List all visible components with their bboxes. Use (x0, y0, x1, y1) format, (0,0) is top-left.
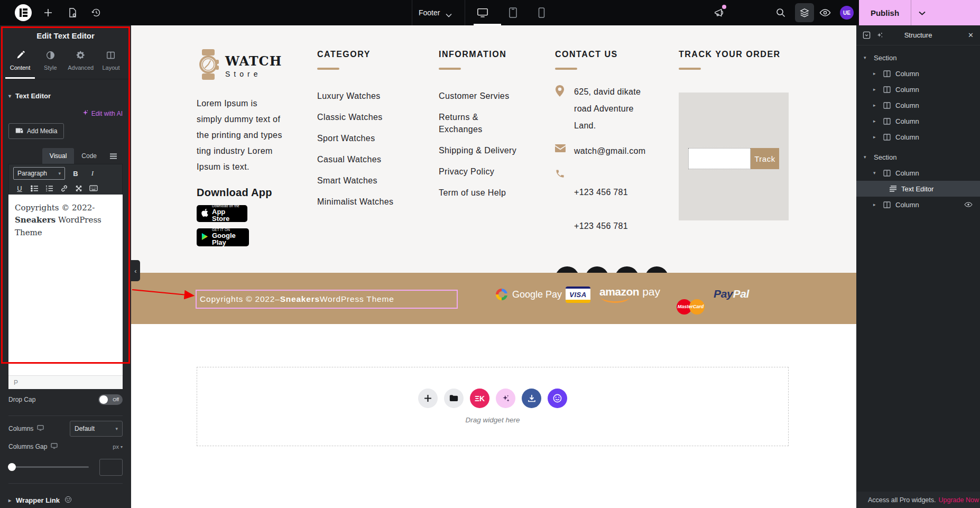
page-settings-icon[interactable] (67, 7, 78, 19)
close-icon[interactable]: ✕ (968, 31, 974, 39)
tree-column[interactable]: ▾ Column (856, 165, 980, 181)
caret-right-icon[interactable]: ▸ (873, 134, 879, 140)
tree-column[interactable]: ▸ Column (856, 66, 980, 81)
bold-button[interactable]: B (69, 167, 82, 180)
tree-section[interactable]: ▾ Section (856, 50, 980, 66)
monitor-icon[interactable] (37, 425, 44, 432)
drop-cap-toggle[interactable]: Off (98, 394, 123, 405)
footer-link[interactable]: Term of use Help (439, 182, 544, 204)
bullet-list-icon[interactable] (28, 182, 41, 195)
caret-right-icon[interactable]: ▸ (873, 103, 879, 108)
paragraph-format-select[interactable]: Paragraph ▾ (13, 167, 65, 180)
copyright-selected-element[interactable]: Copyrights © 2022–Sneakers WordPress The… (196, 290, 458, 309)
tree-column[interactable]: ▸ Column (856, 197, 980, 213)
tree-column[interactable]: ▸ Column (856, 113, 980, 129)
tab-advanced[interactable]: Advanced (66, 47, 96, 79)
editor-content[interactable]: Copyrights © 2022-Sneakers WordPress The… (8, 195, 109, 246)
caret-right-icon[interactable]: ▸ (873, 202, 879, 207)
heading-accent-bar (679, 68, 701, 70)
empty-section-dropzone[interactable]: ΞK Drag widget here (197, 367, 789, 446)
download-app-heading: Download App (197, 187, 313, 199)
text-editor-area[interactable]: Copyrights © 2022-Sneakers WordPress The… (8, 195, 123, 389)
caret-down-icon[interactable]: ▾ (864, 154, 869, 160)
link-icon[interactable] (58, 182, 70, 195)
italic-button[interactable]: I (86, 167, 99, 180)
tree-column[interactable]: ▸ Column (856, 81, 980, 97)
search-icon[interactable] (775, 7, 787, 19)
caret-right-icon[interactable]: ▸ (873, 71, 879, 76)
device-desktop-icon[interactable] (477, 7, 488, 19)
device-mobile-icon[interactable] (535, 7, 547, 19)
tree-section[interactable]: ▾ Section (856, 149, 980, 165)
section-wrapper-link[interactable]: ▸ Wrapper Link (8, 496, 72, 505)
caret-right-icon[interactable]: ▸ (873, 118, 879, 124)
unit-select[interactable]: px ▾ (113, 444, 123, 450)
caret-right-icon[interactable]: ▸ (873, 87, 879, 92)
device-tablet-icon[interactable] (507, 7, 519, 19)
tab-content[interactable]: Content (5, 47, 35, 79)
contact-phone-2[interactable]: +123 456 781 (574, 218, 628, 235)
tab-style[interactable]: Style (35, 47, 65, 79)
toolbar-toggle-icon[interactable] (104, 148, 123, 164)
publish-options-chevron-icon[interactable] (919, 8, 926, 17)
tab-visual[interactable]: Visual (42, 148, 74, 164)
contact-address: 625, david dikate road Adventure Land. (574, 84, 641, 134)
track-button[interactable]: Track (751, 148, 779, 169)
track-order-input[interactable] (688, 148, 751, 169)
caret-down-icon[interactable]: ▾ (873, 170, 879, 176)
google-play-badge[interactable]: GET IT ON Google Play (197, 228, 249, 246)
footer-link[interactable]: Customer Servies (439, 86, 544, 107)
footer-link[interactable]: Luxury Watches (317, 86, 428, 107)
fullscreen-icon[interactable] (72, 182, 85, 195)
keyboard-icon[interactable] (87, 182, 100, 195)
site-logo[interactable]: WATCH Store (197, 49, 313, 82)
add-section-button[interactable] (418, 389, 438, 408)
template-library-button[interactable] (444, 389, 464, 408)
app-store-badge[interactable]: Download on the App Store (197, 205, 247, 222)
slider-handle[interactable] (8, 463, 16, 471)
footer-link[interactable]: Sport Watches (317, 128, 428, 149)
pro-templates-button[interactable] (548, 389, 567, 408)
tree-text-editor[interactable]: Text Editor (856, 181, 980, 197)
elementskit-button[interactable]: ΞK (470, 389, 489, 408)
chevron-down-icon[interactable] (446, 10, 452, 20)
underline-button[interactable]: U (13, 182, 26, 195)
structure-toggle-button[interactable] (795, 3, 814, 22)
footer-link[interactable]: Classic Watches (317, 107, 428, 128)
footer-link[interactable]: Casual Watches (317, 149, 428, 170)
numbered-list-icon[interactable] (43, 182, 56, 195)
footer-link[interactable]: Returns & Exchanges (439, 107, 544, 140)
ai-builder-button[interactable] (496, 389, 515, 408)
add-element-icon[interactable] (42, 7, 54, 19)
tab-code[interactable]: Code (74, 148, 104, 164)
panel-collapse-handle[interactable]: ‹ (131, 260, 140, 281)
caret-down-icon[interactable]: ▾ (864, 55, 869, 60)
document-switcher[interactable]: Footer (419, 0, 440, 25)
tree-column[interactable]: ▸ Column (856, 129, 980, 145)
visibility-eye-icon[interactable] (964, 201, 973, 208)
preview-eye-icon[interactable] (819, 7, 831, 19)
footer-link[interactable]: Minimalist Watches (317, 191, 428, 213)
import-template-button[interactable] (522, 389, 541, 408)
footer-link[interactable]: Smart Watches (317, 170, 428, 191)
tab-layout[interactable]: Layout (96, 47, 126, 79)
columns-gap-input[interactable] (99, 459, 123, 476)
footer-link[interactable]: Shipping & Delivery (439, 140, 544, 161)
columns-select[interactable]: Default ▾ (70, 421, 123, 437)
history-icon[interactable] (90, 7, 102, 19)
elementor-logo[interactable] (15, 4, 32, 21)
avatar[interactable]: UE (840, 6, 854, 20)
tree-column[interactable]: ▸ Column (856, 97, 980, 113)
footer-link[interactable]: Privacy Policy (439, 161, 544, 182)
tree-label: Column (895, 70, 919, 78)
contact-email[interactable]: watch@gmail.com (574, 143, 645, 160)
add-media-button[interactable]: Add Media (8, 123, 64, 139)
edit-with-ai-button[interactable]: Edit with AI (0, 102, 131, 123)
section-text-editor[interactable]: ▾ Text Editor (0, 79, 131, 102)
contact-phone-1[interactable]: +123 456 781 (574, 184, 628, 201)
publish-button[interactable]: Publish (859, 0, 980, 25)
monitor-icon[interactable] (51, 443, 58, 450)
columns-gap-slider[interactable] (10, 466, 89, 468)
pro-note-text: Access all Pro widgets. (868, 496, 936, 504)
upgrade-now-link[interactable]: Upgrade Now (939, 496, 979, 504)
